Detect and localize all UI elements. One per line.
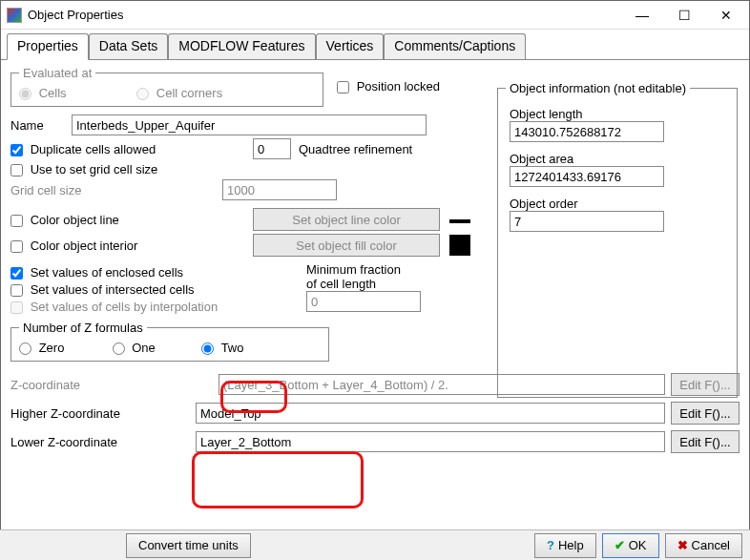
tab-vertices[interactable]: Vertices (316, 33, 385, 59)
lower-z-input[interactable] (196, 431, 665, 452)
minfrac-label1: Minimum fraction (306, 262, 421, 277)
object-info-group: Object information (not editable) Object… (497, 81, 738, 398)
titlebar: Object Properties — ☐ ✕ (1, 1, 749, 30)
tab-modflow-features[interactable]: MODFLOW Features (168, 33, 315, 59)
position-locked-checkbox[interactable]: Position locked (337, 79, 440, 93)
properties-panel: Evaluated at Cells Cell corners Position… (1, 59, 749, 536)
evaluated-at-group: Evaluated at Cells Cell corners (10, 66, 323, 107)
eval-corners-radio: Cell corners (136, 86, 222, 100)
highlight-zvals (192, 451, 364, 508)
obj-length-value (510, 121, 664, 142)
tab-properties[interactable]: Properties (7, 33, 89, 60)
z-formulas-group: Number of Z formulas Zero One Two (10, 321, 329, 362)
lower-z-label: Lower Z-coordinate (10, 435, 196, 449)
ok-button[interactable]: ✔OK (602, 533, 659, 558)
maximize-button[interactable]: ☐ (663, 2, 705, 29)
app-icon (7, 8, 22, 23)
obj-order-label: Object order (510, 197, 729, 211)
z-formulas-legend: Number of Z formulas (19, 321, 147, 335)
set-interp-checkbox: Set values of cells by interpolation (10, 300, 218, 314)
duplicate-cells-checkbox[interactable]: Duplicate cells allowed (10, 142, 253, 156)
obj-order-value (510, 211, 664, 232)
color-interior-checkbox[interactable]: Color object interior (10, 239, 253, 253)
grid-cell-size-input (222, 179, 337, 200)
z-zero-radio[interactable]: Zero (19, 341, 109, 355)
zcoord-label: Z-coordinate (10, 378, 219, 392)
name-label: Name (10, 118, 72, 133)
cancel-button[interactable]: ✖Cancel (665, 533, 742, 558)
set-fill-color-button: Set object fill color (253, 234, 440, 257)
obj-length-label: Object length (510, 107, 729, 121)
obj-area-value (510, 166, 664, 187)
minfrac-label2: of cell length (306, 277, 421, 291)
help-icon: ? (547, 538, 554, 552)
higher-z-editf-button[interactable]: Edit F()... (671, 402, 740, 425)
bottom-bar: Convert time units ?Help ✔OK ✖Cancel (0, 529, 750, 560)
set-line-color-button: Set object line color (253, 208, 440, 231)
name-input[interactable] (72, 114, 427, 135)
tab-strip: Properties Data Sets MODFLOW Features Ve… (1, 30, 749, 59)
close-button[interactable]: ✕ (705, 2, 747, 29)
color-line-checkbox[interactable]: Color object line (10, 213, 253, 227)
z-two-radio[interactable]: Two (201, 341, 243, 355)
quadtree-input[interactable] (253, 138, 291, 159)
window-title: Object Properties (28, 8, 621, 22)
quadtree-label: Quadtree refinement (299, 142, 412, 156)
higher-z-input[interactable] (196, 403, 665, 424)
set-enclosed-checkbox[interactable]: Set values of enclosed cells (10, 265, 183, 280)
lower-z-editf-button[interactable]: Edit F()... (671, 430, 740, 453)
eval-cells-radio: Cells (19, 86, 70, 100)
convert-time-units-button[interactable]: Convert time units (126, 533, 251, 558)
obj-area-label: Object area (510, 152, 729, 166)
set-intersected-checkbox[interactable]: Set values of intersected cells (10, 282, 195, 297)
help-button[interactable]: ?Help (534, 533, 596, 558)
minfrac-input (306, 291, 421, 312)
minimize-button[interactable]: — (621, 2, 663, 29)
line-color-swatch (449, 219, 470, 227)
z-one-radio[interactable]: One (113, 341, 198, 355)
object-info-legend: Object information (not editable) (506, 81, 690, 95)
tab-comments[interactable]: Comments/Captions (384, 33, 526, 59)
evaluated-at-legend: Evaluated at (19, 66, 95, 80)
check-icon: ✔ (615, 538, 625, 552)
use-grid-size-checkbox[interactable]: Use to set grid cell size (10, 162, 157, 176)
x-icon: ✖ (677, 538, 688, 552)
fill-color-swatch (449, 235, 470, 256)
tab-data-sets[interactable]: Data Sets (89, 33, 168, 59)
grid-cell-size-label: Grid cell size (10, 183, 222, 197)
higher-z-label: Higher Z-coordinate (10, 406, 196, 421)
